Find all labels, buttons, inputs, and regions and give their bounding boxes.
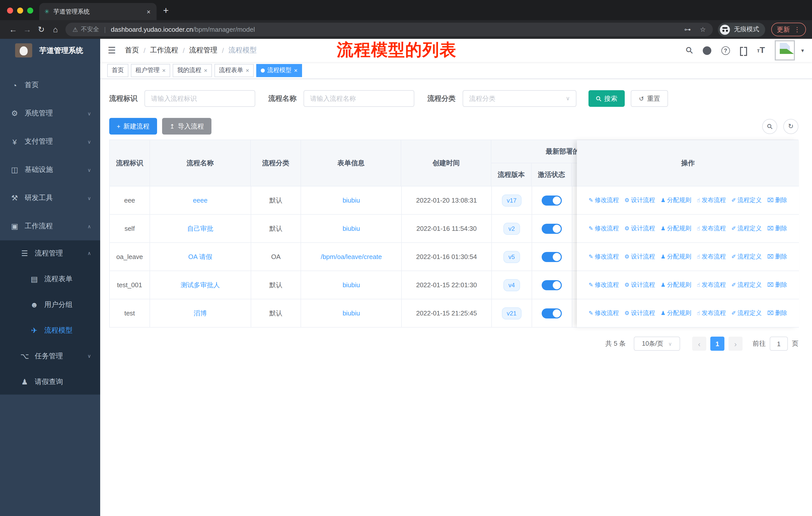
action-delete-process[interactable]: ⌧删除 bbox=[767, 309, 787, 318]
minimize-window-button[interactable] bbox=[17, 7, 23, 13]
active-toggle[interactable] bbox=[542, 252, 562, 262]
window-controls[interactable] bbox=[7, 7, 33, 13]
home-icon[interactable]: ⌂ bbox=[48, 25, 62, 34]
form-info-link[interactable]: biubiu bbox=[301, 215, 402, 242]
process-name-input[interactable] bbox=[303, 90, 414, 107]
sidebar-item-system[interactable]: ⚙系统管理∨ bbox=[0, 99, 100, 128]
key-icon[interactable]: ⊶ bbox=[685, 26, 691, 33]
action-design-process[interactable]: ⚙设计流程 bbox=[625, 224, 655, 233]
active-toggle[interactable] bbox=[542, 223, 562, 234]
browser-menu-icon[interactable]: ⋮ bbox=[794, 26, 801, 33]
toggle-search-button[interactable]: ⚲ bbox=[762, 119, 777, 134]
tab-close-icon[interactable]: × bbox=[146, 8, 151, 16]
update-button[interactable]: 更新 ⋮ bbox=[771, 23, 806, 36]
action-edit-process[interactable]: ✎修改流程 bbox=[588, 281, 619, 289]
action-edit-process[interactable]: ✎修改流程 bbox=[588, 252, 619, 261]
process-name-link[interactable]: OA 请假 bbox=[150, 243, 251, 271]
action-publish-process[interactable]: ☝发布流程 bbox=[697, 252, 726, 261]
action-design-process[interactable]: ⚙设计流程 bbox=[625, 196, 655, 205]
action-process-definition[interactable]: ✐流程定义 bbox=[731, 252, 762, 261]
action-process-definition[interactable]: ✐流程定义 bbox=[731, 196, 762, 205]
prev-page-button[interactable]: ‹ bbox=[692, 336, 706, 351]
bookmark-star-icon[interactable]: ☆ bbox=[700, 26, 706, 33]
sidebar-item-dev-tools[interactable]: ⚒研发工具∨ bbox=[0, 184, 100, 212]
action-assign-rule[interactable]: ♟分配规则 bbox=[661, 224, 691, 233]
create-process-button[interactable]: + 新建流程 bbox=[109, 118, 157, 135]
close-icon[interactable]: × bbox=[294, 67, 297, 74]
tag-chip[interactable]: 流程表单× bbox=[214, 64, 254, 77]
action-publish-process[interactable]: ☝发布流程 bbox=[697, 281, 726, 289]
tag-chip[interactable]: 我的流程× bbox=[173, 64, 212, 77]
text-size-icon[interactable]: тT bbox=[757, 45, 765, 55]
action-delete-process[interactable]: ⌧删除 bbox=[767, 252, 787, 261]
hamburger-icon[interactable]: ☰ bbox=[100, 45, 121, 56]
browser-tab[interactable]: ✳ 芋道管理系统 × bbox=[39, 3, 156, 20]
next-page-button[interactable]: › bbox=[728, 336, 743, 351]
goto-page-input[interactable] bbox=[770, 336, 788, 351]
breadcrumb-item[interactable]: 流程管理 bbox=[189, 46, 218, 55]
active-toggle[interactable] bbox=[542, 195, 562, 205]
action-delete-process[interactable]: ⌧删除 bbox=[767, 224, 787, 233]
action-process-definition[interactable]: ✐流程定义 bbox=[731, 281, 762, 289]
reset-button[interactable]: ↺ 重置 bbox=[631, 90, 668, 107]
breadcrumb-item[interactable]: 首页 bbox=[125, 46, 139, 55]
process-name-link[interactable]: 滔博 bbox=[150, 299, 251, 327]
url-bar[interactable]: ⚠ 不安全 | dashboard.yudao.iocoder.cn /bpm/… bbox=[65, 23, 713, 36]
process-name-link[interactable]: 测试多审批人 bbox=[150, 271, 251, 299]
action-publish-process[interactable]: ☝发布流程 bbox=[697, 309, 726, 318]
action-design-process[interactable]: ⚙设计流程 bbox=[625, 252, 655, 261]
action-publish-process[interactable]: ☝发布流程 bbox=[697, 196, 726, 205]
sidebar-item-payment[interactable]: ¥支付管理∨ bbox=[0, 128, 100, 156]
action-assign-rule[interactable]: ♟分配规则 bbox=[661, 252, 691, 261]
search-button[interactable]: ⚲ 搜索 bbox=[588, 90, 625, 107]
sidebar-item-workflow[interactable]: ▣工作流程∧ bbox=[0, 212, 100, 240]
action-edit-process[interactable]: ✎修改流程 bbox=[588, 309, 619, 318]
action-delete-process[interactable]: ⌧删除 bbox=[767, 281, 787, 289]
action-assign-rule[interactable]: ♟分配规则 bbox=[661, 281, 691, 289]
zoom-window-button[interactable] bbox=[27, 7, 33, 13]
reload-icon[interactable]: ↻ bbox=[34, 25, 48, 34]
sidebar-item-leave-query[interactable]: ♟请假查询 bbox=[0, 369, 100, 395]
process-name-link[interactable]: 自己审批 bbox=[150, 215, 251, 242]
search-icon[interactable]: ⚲ bbox=[683, 44, 695, 57]
fullscreen-icon[interactable] bbox=[740, 47, 747, 54]
action-edit-process[interactable]: ✎修改流程 bbox=[588, 224, 619, 233]
action-assign-rule[interactable]: ♟分配规则 bbox=[661, 196, 691, 205]
process-name-link[interactable]: eeee bbox=[150, 186, 251, 214]
process-key-input[interactable] bbox=[144, 90, 255, 107]
back-icon[interactable]: ← bbox=[6, 25, 20, 34]
breadcrumb-item[interactable]: 工作流程 bbox=[150, 46, 178, 55]
sidebar-logo[interactable]: 芋道管理系统 bbox=[0, 39, 100, 62]
sidebar-item-process-model[interactable]: ✈流程模型 bbox=[0, 318, 100, 343]
sidebar-item-infrastructure[interactable]: ◫基础设施∨ bbox=[0, 156, 100, 184]
security-warning[interactable]: ⚠ 不安全 bbox=[72, 25, 99, 34]
github-icon[interactable] bbox=[702, 46, 711, 55]
form-info-link[interactable]: biubiu bbox=[301, 299, 402, 327]
active-toggle[interactable] bbox=[542, 280, 562, 290]
new-tab-button[interactable]: + bbox=[163, 5, 169, 16]
close-icon[interactable]: × bbox=[204, 67, 207, 74]
action-design-process[interactable]: ⚙设计流程 bbox=[625, 281, 655, 289]
close-window-button[interactable] bbox=[7, 7, 13, 13]
active-toggle[interactable] bbox=[542, 308, 562, 318]
close-icon[interactable]: × bbox=[246, 67, 249, 74]
sidebar-item-home[interactable]: ◔首页 bbox=[0, 71, 100, 99]
action-publish-process[interactable]: ☝发布流程 bbox=[697, 224, 726, 233]
form-info-link[interactable]: biubiu bbox=[301, 271, 402, 299]
sidebar-item-user-group[interactable]: ☻用户分组 bbox=[0, 292, 100, 318]
action-delete-process[interactable]: ⌧删除 bbox=[767, 196, 787, 205]
action-design-process[interactable]: ⚙设计流程 bbox=[625, 309, 655, 318]
page-number-button[interactable]: 1 bbox=[710, 336, 724, 351]
close-icon[interactable]: × bbox=[162, 67, 166, 74]
action-assign-rule[interactable]: ♟分配规则 bbox=[661, 309, 691, 318]
tag-chip[interactable]: 流程模型× bbox=[256, 64, 302, 77]
tag-chip[interactable]: 首页 bbox=[107, 64, 128, 77]
sidebar-item-process-mgmt[interactable]: ☰流程管理∧ bbox=[0, 240, 100, 266]
chevron-down-icon[interactable]: ▾ bbox=[801, 47, 804, 54]
help-icon[interactable]: ? bbox=[721, 46, 730, 55]
action-process-definition[interactable]: ✐流程定义 bbox=[731, 309, 762, 318]
import-process-button[interactable]: ↥ 导入流程 bbox=[162, 118, 211, 135]
forward-icon[interactable]: → bbox=[20, 25, 34, 34]
sidebar-item-process-form[interactable]: ▤流程表单 bbox=[0, 266, 100, 292]
form-info-link[interactable]: /bpm/oa/leave/create bbox=[301, 243, 402, 271]
